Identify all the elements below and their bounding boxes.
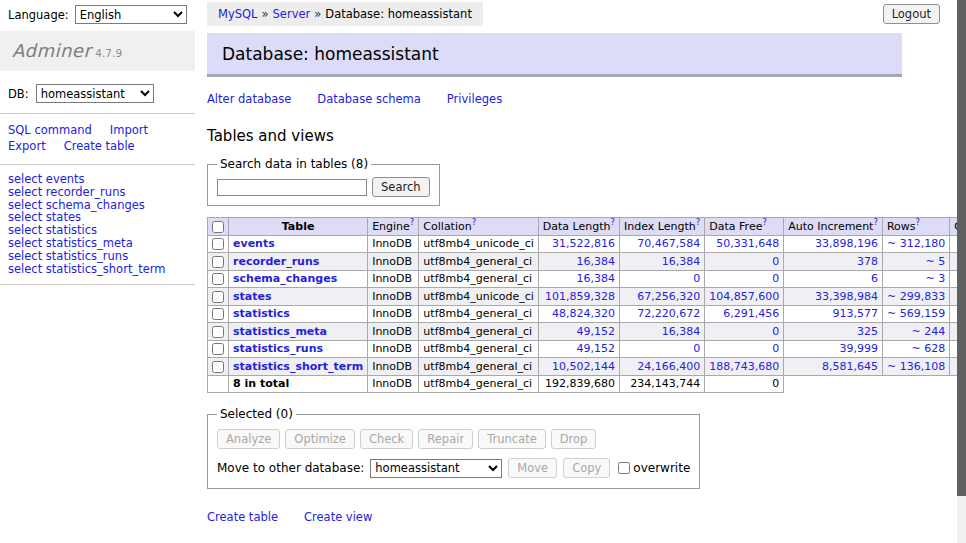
row-checkbox-statistics[interactable] <box>212 308 224 320</box>
data-free-cell: 0 <box>705 270 784 288</box>
privileges-link[interactable]: Privileges <box>447 92 502 106</box>
sidebar-link-import[interactable]: Import <box>110 123 148 138</box>
breadcrumb-separator: » <box>262 7 269 21</box>
sidebar-link-export[interactable]: Export <box>8 139 46 154</box>
table-link-statistics[interactable]: statistics <box>233 307 290 320</box>
drop-button[interactable]: Drop <box>551 429 597 449</box>
row-checkbox-cell <box>208 288 229 306</box>
create-table-link[interactable]: Create table <box>207 510 278 524</box>
create-view-link[interactable]: Create view <box>304 510 372 524</box>
breadcrumb-item[interactable]: Server <box>273 7 311 21</box>
search-button[interactable]: Search <box>372 177 430 197</box>
overwrite-checkbox[interactable] <box>618 462 630 474</box>
sidebar-link-create-table[interactable]: Create table <box>64 139 135 154</box>
row-checkbox-cell <box>208 358 229 376</box>
column-header-auto-increment: Auto Increment? <box>784 218 883 236</box>
language-select[interactable]: English <box>75 5 187 24</box>
table-link-statistics_runs[interactable]: statistics_runs <box>233 342 323 355</box>
select-link-statistics_short_term[interactable]: select <box>8 262 42 276</box>
rows-cell[interactable]: ~ 5 <box>882 253 949 271</box>
table-name-cell: events <box>229 235 368 253</box>
row-checkbox-statistics_runs[interactable] <box>212 343 224 355</box>
engine-cell: InnoDB <box>368 305 419 323</box>
db-label: DB: <box>8 87 29 101</box>
rows-cell[interactable]: ~ 569,159 <box>882 305 949 323</box>
row-checkbox-cell <box>208 340 229 358</box>
total-index-length-cell: 234,143,744 <box>620 375 705 393</box>
table-link-recorder_runs[interactable]: recorder_runs <box>233 255 319 268</box>
select-all-checkbox[interactable] <box>212 221 224 233</box>
total-engine-cell: InnoDB <box>368 375 419 393</box>
row-checkbox-schema_changes[interactable] <box>212 273 224 285</box>
help-icon[interactable]: ? <box>472 218 477 228</box>
help-icon[interactable]: ? <box>410 218 415 228</box>
truncate-button[interactable]: Truncate <box>478 429 546 449</box>
analyze-button[interactable]: Analyze <box>217 429 280 449</box>
row-checkbox-states[interactable] <box>212 291 224 303</box>
table-body: eventsInnoDButf8mb4_unicode_ci31,522,816… <box>208 235 966 393</box>
row-checkbox-recorder_runs[interactable] <box>212 256 224 268</box>
alter-database-link[interactable]: Alter database <box>207 92 291 106</box>
language-label: Language: <box>8 8 69 22</box>
table-link-events[interactable]: events <box>233 237 275 250</box>
search-input[interactable] <box>217 179 367 196</box>
help-icon[interactable]: ? <box>611 218 616 228</box>
data-free-cell: 0 <box>705 323 784 341</box>
table-row: recorder_runsInnoDButf8mb4_general_ci16,… <box>208 253 966 271</box>
row-checkbox-statistics_meta[interactable] <box>212 326 224 338</box>
logout-button[interactable]: Logout <box>883 4 940 24</box>
table-link-statistics_short_term[interactable]: statistics_short_term <box>46 262 166 276</box>
breadcrumb-item[interactable]: MySQL <box>218 7 258 21</box>
breadcrumb-separator: » <box>314 7 321 21</box>
table-row: statistics_short_termInnoDButf8mb4_gener… <box>208 358 966 376</box>
rows-cell[interactable]: ~ 136,108 <box>882 358 949 376</box>
scrollbar-thumb[interactable] <box>957 0 966 496</box>
rows-cell[interactable]: ~ 312,180 <box>882 235 949 253</box>
index-length-cell: 16,384 <box>620 253 705 271</box>
selected-legend: Selected (0) <box>217 407 296 421</box>
table-link-states[interactable]: states <box>233 290 272 303</box>
engine-cell: InnoDB <box>368 253 419 271</box>
move-db-select[interactable]: homeassistant <box>370 459 502 478</box>
index-length-cell: 16,384 <box>620 323 705 341</box>
search-legend: Search data in tables (8) <box>217 157 371 171</box>
move-button[interactable]: Move <box>508 458 557 478</box>
table-name-cell: recorder_runs <box>229 253 368 271</box>
data-free-cell: 0 <box>705 340 784 358</box>
data-length-cell: 31,522,816 <box>538 235 619 253</box>
table-link-schema_changes[interactable]: schema_changes <box>233 272 337 285</box>
database-schema-link[interactable]: Database schema <box>317 92 420 106</box>
help-icon[interactable]: ? <box>916 218 921 228</box>
select-all-cell <box>208 218 229 236</box>
sidebar: Language: English Adminer4.7.9 DB: homea… <box>0 0 195 543</box>
db-select[interactable]: homeassistant <box>36 84 154 103</box>
auto-increment-cell: 39,999 <box>784 340 883 358</box>
table-row: statesInnoDButf8mb4_unicode_ci101,859,32… <box>208 288 966 306</box>
rows-cell[interactable]: ~ 299,833 <box>882 288 949 306</box>
rows-cell[interactable]: ~ 3 <box>882 270 949 288</box>
copy-button[interactable]: Copy <box>563 458 610 478</box>
data-length-cell: 48,824,320 <box>538 305 619 323</box>
total-collation-cell: utf8mb4_general_ci <box>419 375 538 393</box>
create-links: Create table Create view <box>207 510 958 524</box>
row-checkbox-statistics_short_term[interactable] <box>212 361 224 373</box>
row-checkbox-events[interactable] <box>212 238 224 250</box>
optimize-button[interactable]: Optimize <box>285 429 355 449</box>
check-button[interactable]: Check <box>360 429 413 449</box>
table-name-cell: statistics_runs <box>229 340 368 358</box>
table-link-statistics_short_term[interactable]: statistics_short_term <box>233 360 363 373</box>
data-length-cell: 16,384 <box>538 253 619 271</box>
row-checkbox-cell <box>208 270 229 288</box>
vertical-scrollbar[interactable] <box>957 0 966 543</box>
adminer-brand[interactable]: Adminer <box>12 40 91 61</box>
help-icon[interactable]: ? <box>696 218 701 228</box>
repair-button[interactable]: Repair <box>418 429 473 449</box>
rows-cell[interactable]: ~ 628 <box>882 340 949 358</box>
table-name-cell: schema_changes <box>229 270 368 288</box>
sidebar-link-sql-command[interactable]: SQL command <box>8 123 92 138</box>
table-link-statistics_meta[interactable]: statistics_meta <box>233 325 327 338</box>
help-icon[interactable]: ? <box>873 218 878 228</box>
auto-increment-cell: 325 <box>784 323 883 341</box>
help-icon[interactable]: ? <box>762 218 767 228</box>
rows-cell[interactable]: ~ 244 <box>882 323 949 341</box>
